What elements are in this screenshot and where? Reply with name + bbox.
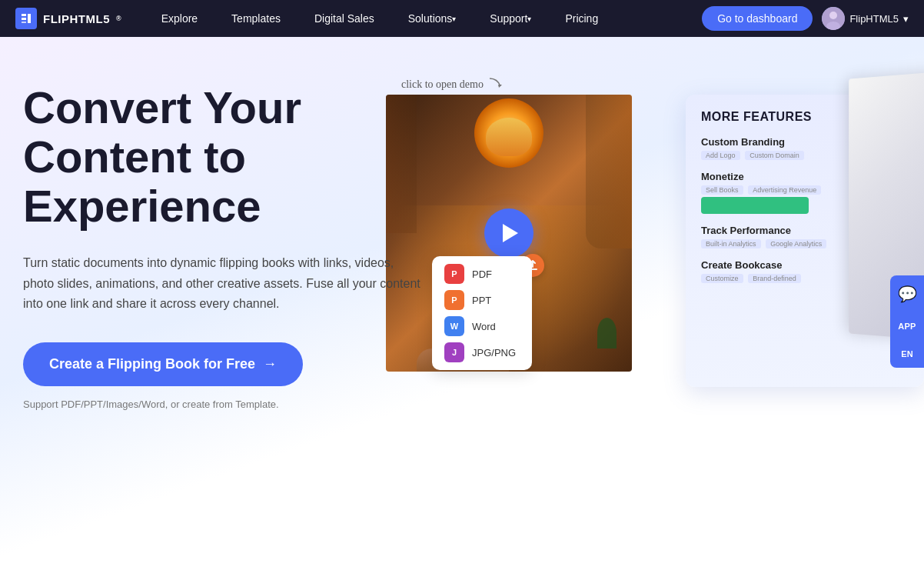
ppt-label: PPT <box>472 295 491 306</box>
logo[interactable]: FLIPHTML5® <box>15 8 121 29</box>
nav-right: Go to dashboard FlipHTML5 ▾ <box>702 6 909 31</box>
monetize-sub2: Advertising Revenue <box>748 185 821 195</box>
jpg-icon: J <box>444 342 464 362</box>
pdf-label: PDF <box>472 268 492 280</box>
logo-text: FLIPHTML5 <box>43 12 110 25</box>
pdf-icon: P <box>444 264 464 284</box>
hero-section: Convert Your Content to Experience Turn … <box>0 37 924 567</box>
nav-support[interactable]: Support <box>473 0 548 37</box>
user-name: FlipHTML5 <box>849 13 899 25</box>
cta-button[interactable]: Create a Flipping Book for Free → <box>23 342 303 386</box>
nav-templates[interactable]: Templates <box>214 0 297 37</box>
user-menu[interactable]: FlipHTML5 ▾ <box>822 7 909 30</box>
hero-title: Convert Your Content to Experience <box>23 83 430 230</box>
user-arrow-icon: ▾ <box>903 13 909 25</box>
app-button[interactable]: APP <box>890 312 924 340</box>
hero-left: Convert Your Content to Experience Turn … <box>0 37 430 567</box>
floating-buttons: 💬 APP EN <box>890 275 924 368</box>
play-circle <box>484 208 533 258</box>
nav-pricing[interactable]: Pricing <box>548 0 615 37</box>
logo-icon <box>15 8 37 29</box>
nav-explore[interactable]: Explore <box>145 0 214 37</box>
bookcase-sub1: Customize <box>701 274 743 283</box>
support-text: Support PDF/PPT/Images/Word, or create f… <box>23 399 430 410</box>
navbar: FLIPHTML5® Explore Templates Digital Sal… <box>0 0 924 37</box>
chat-button[interactable]: 💬 <box>890 275 924 312</box>
file-type-popup: P PDF P PPT W Word J JPG/PNG <box>432 256 532 370</box>
jpg-label: JPG/PNG <box>472 347 516 359</box>
bookcase-sub2: Brand-defined <box>748 274 801 283</box>
cta-label: Create a Flipping Book for Free <box>49 356 255 372</box>
word-icon: W <box>444 316 464 336</box>
file-type-ppt: P PPT <box>444 290 520 310</box>
file-type-jpg: J JPG/PNG <box>444 342 520 362</box>
track-sub2: Google Analytics <box>766 239 826 248</box>
svg-point-2 <box>829 12 837 19</box>
arrow-curve-icon <box>488 75 504 91</box>
word-label: Word <box>472 321 496 332</box>
nav-links: Explore Templates Digital Sales Solution… <box>145 0 702 37</box>
monetize-bar <box>701 197 809 214</box>
cta-arrow-icon: → <box>263 356 277 372</box>
play-triangle-icon <box>503 224 518 242</box>
nav-solutions[interactable]: Solutions <box>391 0 474 37</box>
file-type-word: W Word <box>444 316 520 336</box>
monetize-sub1: Sell Books <box>701 185 743 195</box>
file-type-pdf: P PDF <box>444 264 520 284</box>
logo-reg: ® <box>116 15 121 22</box>
avatar <box>822 7 845 30</box>
hero-description: Turn static documents into dynamic flipp… <box>23 253 423 314</box>
hero-visual: click to open demo <box>386 52 924 552</box>
dashboard-button[interactable]: Go to dashboard <box>702 6 813 31</box>
language-button[interactable]: EN <box>890 340 924 368</box>
nav-digital-sales[interactable]: Digital Sales <box>297 0 391 37</box>
track-sub1: Built-in Analytics <box>701 239 761 248</box>
branding-sub2: Custom Domain <box>745 151 804 160</box>
branding-sub1: Add Logo <box>701 151 740 160</box>
ppt-icon: P <box>444 290 464 310</box>
